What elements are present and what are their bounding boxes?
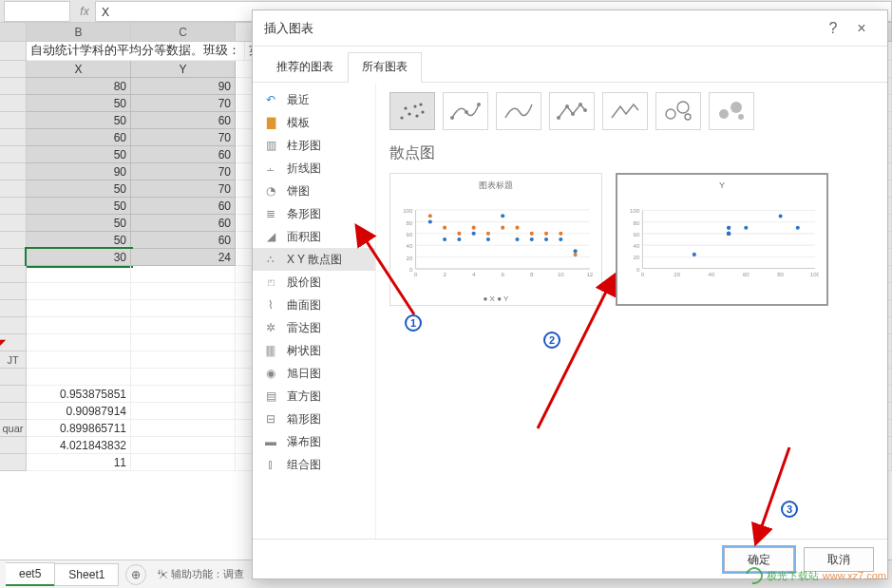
row-header[interactable] [0, 369, 27, 386]
category-11[interactable]: 🀫树状图 [253, 339, 375, 362]
table-cell[interactable]: 24 [131, 249, 236, 266]
row-header[interactable] [0, 403, 27, 420]
row-header[interactable] [0, 300, 27, 317]
cell[interactable] [27, 317, 131, 334]
category-3[interactable]: ⫠折线图 [253, 157, 375, 180]
row-header[interactable]: quar [0, 420, 27, 437]
svg-text:4: 4 [472, 271, 476, 277]
category-1[interactable]: ▇模板 [253, 111, 375, 134]
category-0[interactable]: ↶最近 [253, 88, 375, 111]
row-header[interactable] [0, 129, 27, 146]
row-header[interactable] [0, 146, 27, 163]
category-10[interactable]: ✲雷达图 [253, 316, 375, 339]
table-cell[interactable]: 60 [131, 198, 236, 215]
row-header[interactable] [0, 78, 27, 95]
svg-point-13 [579, 103, 582, 106]
table-cell[interactable]: 30 [27, 249, 131, 266]
dialog-help-icon[interactable]: ? [819, 10, 847, 47]
row-header[interactable] [0, 266, 27, 283]
table-cell[interactable]: 60 [131, 232, 236, 249]
cell[interactable]: 0.899865711 [27, 420, 131, 437]
scatter-subtype-lines-markers[interactable] [549, 92, 595, 130]
table-cell[interactable]: 90 [27, 163, 131, 180]
table-cell[interactable]: 60 [131, 112, 236, 129]
table-cell[interactable]: 50 [27, 215, 131, 232]
cell[interactable] [27, 283, 131, 300]
row-header[interactable] [0, 283, 27, 300]
table-cell[interactable]: 50 [27, 146, 131, 163]
add-sheet-button[interactable]: ⊕ [125, 564, 146, 585]
tab-all-charts[interactable]: 所有图表 [348, 52, 422, 83]
sheet-tab-partial[interactable]: eet5 [6, 562, 55, 586]
table-cell[interactable]: 70 [131, 95, 236, 112]
table-cell[interactable]: 50 [27, 95, 131, 112]
row-header[interactable] [0, 386, 27, 403]
category-4[interactable]: ◔饼图 [253, 180, 375, 202]
col-header-C[interactable]: C [131, 23, 236, 41]
row-header[interactable] [0, 232, 27, 249]
category-16[interactable]: ⫿组合图 [253, 453, 375, 476]
category-8[interactable]: ⏍股价图 [253, 271, 375, 294]
scatter-subtype-smooth[interactable] [496, 92, 541, 130]
col-header-B[interactable]: B [27, 23, 131, 41]
table-cell[interactable]: 60 [131, 146, 236, 163]
chart-preview-2[interactable]: Y 020406080100020406080100 [616, 173, 828, 306]
table-cell[interactable]: 50 [27, 198, 131, 215]
cell[interactable]: 0.953875851 [27, 386, 131, 403]
name-box[interactable] [4, 1, 70, 22]
cell[interactable]: 0.90987914 [27, 403, 131, 420]
category-9[interactable]: ⌇曲面图 [253, 294, 375, 316]
table-cell[interactable]: 50 [27, 112, 131, 129]
table-cell[interactable]: 60 [27, 129, 131, 146]
cell[interactable] [27, 369, 131, 386]
table-cell[interactable]: 50 [27, 180, 131, 198]
row-header[interactable] [0, 112, 27, 129]
table-cell[interactable]: 70 [131, 129, 236, 146]
table-cell[interactable]: 70 [131, 180, 236, 198]
row-header[interactable]: JT [0, 351, 27, 369]
category-12[interactable]: ◉旭日图 [253, 362, 375, 385]
cell[interactable]: 4.021843832 [27, 437, 131, 454]
table-header-x[interactable]: X [27, 61, 131, 78]
table-header-y[interactable]: Y [131, 61, 236, 78]
cell[interactable] [27, 300, 131, 317]
select-all-corner[interactable] [0, 23, 27, 42]
row-header[interactable] [0, 249, 27, 266]
row-header[interactable] [0, 42, 27, 61]
category-2[interactable]: ▥柱形图 [253, 134, 375, 157]
tab-recommended[interactable]: 推荐的图表 [262, 52, 348, 82]
scatter-subtype-bubble-3d[interactable] [709, 92, 754, 130]
cell[interactable] [27, 334, 131, 351]
row-header[interactable] [0, 437, 27, 454]
category-15[interactable]: ▬瀑布图 [253, 430, 375, 453]
row-header[interactable] [0, 61, 27, 78]
cell[interactable] [27, 351, 131, 369]
scatter-subtype-bubble[interactable] [655, 92, 701, 130]
table-cell[interactable]: 90 [131, 78, 236, 95]
table-cell[interactable]: 50 [27, 232, 131, 249]
cell[interactable] [27, 266, 131, 283]
category-13[interactable]: ▤直方图 [253, 385, 375, 408]
sheet-tab-1[interactable]: Sheet1 [54, 563, 119, 586]
dialog-close-icon[interactable]: × [847, 10, 876, 47]
row-header[interactable] [0, 317, 27, 334]
scatter-subtype-smooth-markers[interactable] [443, 92, 488, 130]
category-6[interactable]: ◢面积图 [253, 225, 375, 248]
scatter-subtype-basic[interactable] [389, 92, 435, 130]
table-cell[interactable]: 80 [27, 78, 131, 95]
category-7[interactable]: ∴X Y 散点图 [253, 248, 375, 271]
category-5[interactable]: ≣条形图 [253, 202, 375, 225]
row-header[interactable] [0, 180, 27, 198]
table-cell[interactable]: 60 [131, 215, 236, 232]
scatter-subtype-lines[interactable] [602, 92, 648, 130]
row-header[interactable] [0, 334, 27, 351]
row-header[interactable] [0, 163, 27, 180]
table-cell[interactable]: 70 [131, 163, 236, 180]
row-header[interactable] [0, 198, 27, 215]
row-header[interactable] [0, 454, 27, 471]
chart-preview-1[interactable]: 图表标题 020406080100024681012 ● X ● Y [389, 173, 602, 306]
row-header[interactable] [0, 95, 27, 112]
row-header[interactable] [0, 215, 27, 232]
category-14[interactable]: ⊟箱形图 [253, 408, 375, 430]
cell[interactable]: 11 [27, 454, 131, 471]
